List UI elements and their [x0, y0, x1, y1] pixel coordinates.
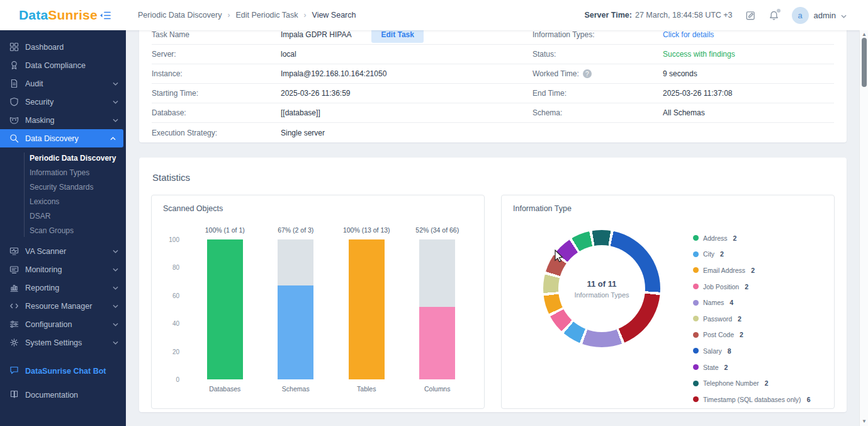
detail-row: Task NameImpala GDPR HIPAAEdit TaskInfor…: [152, 30, 834, 45]
user-menu[interactable]: a admin: [792, 7, 847, 24]
legend-item-address[interactable]: Address2: [693, 230, 810, 246]
sidebar-item-dashboard[interactable]: Dashboard: [0, 38, 126, 56]
legend-label: State: [703, 364, 719, 371]
legend-label: Address: [703, 234, 728, 242]
sidebar-item-resource-manager[interactable]: Resource Manager: [0, 297, 126, 315]
donut-center: 11 of 11 Information Types: [543, 230, 660, 347]
sidebar-item-security[interactable]: Security: [0, 93, 126, 111]
chevron-down-icon: [113, 118, 118, 122]
notifications-icon[interactable]: [769, 10, 779, 21]
detail-value: All Schemas: [663, 108, 705, 117]
sidebar-item-dsar[interactable]: DSAR: [0, 209, 126, 223]
legend-item-timestamp-sql-databases-only[interactable]: Timestamp (SQL databases only)6: [693, 391, 810, 408]
legend-color-dot: [693, 381, 699, 386]
legend-color-dot: [693, 348, 699, 354]
detail-row: Server:localStatus:Success with findings: [152, 45, 834, 64]
legend-item-city[interactable]: City2: [693, 246, 810, 263]
sidebar-item-documentation[interactable]: Documentation: [0, 386, 126, 405]
bar-fill: [419, 307, 455, 379]
sidebar-item-scan-groups[interactable]: Scan Groups: [0, 223, 126, 238]
bar-chart-groups: 100% (1 of 1)Databases67% (2 of 3)Schema…: [189, 239, 473, 393]
sidebar-item-va-scanner[interactable]: VA Scanner: [0, 242, 126, 260]
legend-item-job-position[interactable]: Job Position2: [693, 279, 810, 295]
tasks-icon[interactable]: [745, 10, 756, 21]
bar-chart: 020406080100 100% (1 of 1)Databases67% (…: [163, 239, 473, 393]
legend-item-post-code[interactable]: Post Code2: [693, 327, 810, 343]
legend-item-salary[interactable]: Salary8: [693, 343, 810, 359]
chevron-down-icon: [113, 323, 118, 326]
breadcrumb: Periodic Data Discovery›Edit Periodic Ta…: [138, 11, 356, 20]
legend-label: Post Code: [703, 331, 734, 338]
legend-color-dot: [693, 251, 699, 257]
donut-chart[interactable]: 11 of 11 Information Types: [543, 230, 660, 347]
detail-label: Starting Time:: [152, 89, 281, 98]
bar-columns[interactable]: 52% (34 of 66)Columns: [419, 239, 455, 393]
breadcrumb-separator: ›: [227, 11, 230, 20]
y-tick-label: 100: [169, 236, 179, 243]
legend-item-password[interactable]: Password2: [693, 311, 810, 327]
detail-label: Server:: [152, 50, 281, 59]
legend-label: Salary: [703, 347, 722, 355]
sidebar-item-periodic-data-discovery[interactable]: Periodic Data Discovery: [0, 151, 126, 165]
legend-item-names[interactable]: Names4: [693, 294, 810, 311]
legend-value: 2: [751, 267, 755, 274]
bar-chart-y-axis: 020406080100: [163, 239, 184, 379]
detail-value-link[interactable]: Click for details: [663, 30, 714, 39]
sidebar: DashboardData ComplianceAuditSecurityMas…: [0, 30, 126, 426]
bar-tables[interactable]: 100% (13 of 13)Tables: [349, 239, 385, 393]
sidebar-item-system-settings[interactable]: System Settings: [0, 333, 126, 352]
detail-value: 2025-03-26 11:36:59: [281, 89, 351, 98]
documentation-label: Documentation: [25, 391, 78, 400]
chevron-down-icon: [113, 82, 118, 86]
legend-item-email-address[interactable]: Email Address2: [693, 262, 810, 279]
scrollbar-thumb[interactable]: [862, 38, 867, 87]
information-type-panel: Information Type 11 of 11 Information Ty…: [501, 195, 835, 409]
legend-color-dot: [693, 267, 699, 273]
breadcrumb-separator: ›: [304, 11, 307, 20]
gear-icon: [9, 338, 19, 347]
bar-schemas[interactable]: 67% (2 of 3)Schemas: [278, 239, 313, 393]
legend-color-dot: [693, 364, 699, 370]
sidebar-item-chatbot[interactable]: DataSunrise Chat Bot: [0, 362, 126, 381]
donut-center-title: 11 of 11: [587, 279, 617, 289]
sidebar-item-label: Configuration: [25, 320, 72, 329]
detail-label: Information Types:: [533, 30, 663, 39]
detail-label: Schema:: [533, 108, 663, 117]
breadcrumb-item-edit-periodic-task[interactable]: Edit Periodic Task: [235, 11, 298, 20]
scrollbar[interactable]: ▲ ▼: [859, 30, 868, 426]
sidebar-item-audit[interactable]: Audit: [0, 74, 126, 93]
help-icon[interactable]: ?: [583, 69, 592, 78]
legend-item-state[interactable]: State2: [693, 359, 810, 376]
sidebar-item-label: Masking: [25, 116, 55, 125]
legend-value: 2: [745, 283, 748, 291]
sidebar-nav: DashboardData ComplianceAuditSecurityMas…: [0, 38, 126, 352]
y-tick-label: 80: [172, 264, 179, 271]
sidebar-item-configuration[interactable]: Configuration: [0, 315, 126, 333]
chevron-up-icon: [110, 137, 116, 141]
sidebar-item-lexicons[interactable]: Lexicons: [0, 194, 126, 209]
sidebar-item-data-discovery[interactable]: Data Discovery: [0, 129, 123, 147]
legend-color-dot: [693, 235, 699, 241]
legend-item-telephone-number[interactable]: Telephone Number2: [693, 375, 810, 391]
edit-task-button[interactable]: Edit Task: [371, 30, 423, 43]
sidebar-item-data-compliance[interactable]: Data Compliance: [0, 56, 126, 74]
breadcrumb-item-periodic-data-discovery[interactable]: Periodic Data Discovery: [138, 11, 222, 20]
y-tick-label: 40: [172, 320, 179, 327]
detail-label: Execution Strategy:: [152, 129, 281, 137]
sidebar-item-security-standards[interactable]: Security Standards: [0, 180, 126, 194]
legend-label: Telephone Number: [703, 379, 759, 387]
user-name: admin: [814, 11, 836, 20]
sidebar-item-masking[interactable]: Masking: [0, 111, 126, 129]
sidebar-item-information-types[interactable]: Information Types: [0, 165, 126, 180]
scrollbar-up-arrow[interactable]: ▲: [860, 30, 868, 38]
sidebar-item-monitoring[interactable]: Monitoring: [0, 260, 126, 279]
sidebar-toggle-icon[interactable]: [97, 8, 114, 23]
legend-value: 2: [720, 250, 724, 258]
bar-databases[interactable]: 100% (1 of 1)Databases: [207, 239, 243, 393]
scrollbar-down-arrow[interactable]: ▼: [860, 417, 868, 425]
breadcrumb-item-view-search[interactable]: View Search: [312, 11, 356, 20]
chatbot-label: DataSunrise Chat Bot: [25, 367, 106, 376]
dashboard-icon: [9, 42, 19, 52]
bar-fill: [207, 239, 243, 379]
sidebar-item-reporting[interactable]: Reporting: [0, 279, 126, 297]
